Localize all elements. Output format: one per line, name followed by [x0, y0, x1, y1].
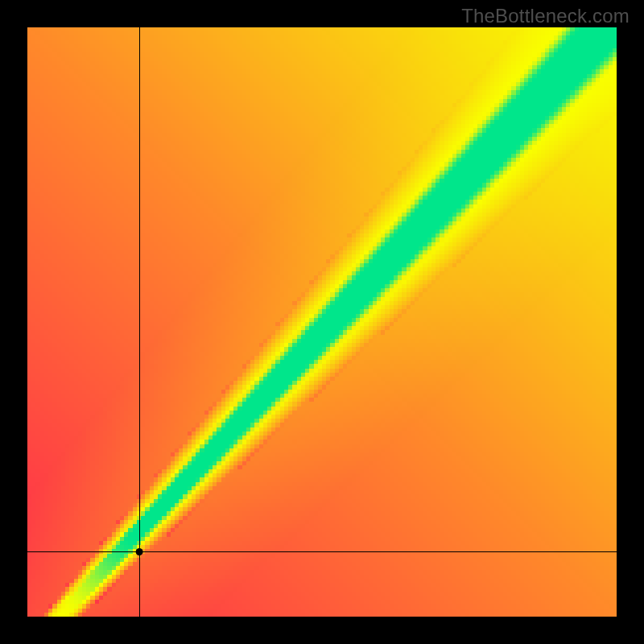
watermark-text: TheBottleneck.com: [461, 5, 630, 27]
crosshair-overlay: [27, 27, 617, 617]
chart-frame: TheBottleneck.com: [0, 0, 644, 644]
